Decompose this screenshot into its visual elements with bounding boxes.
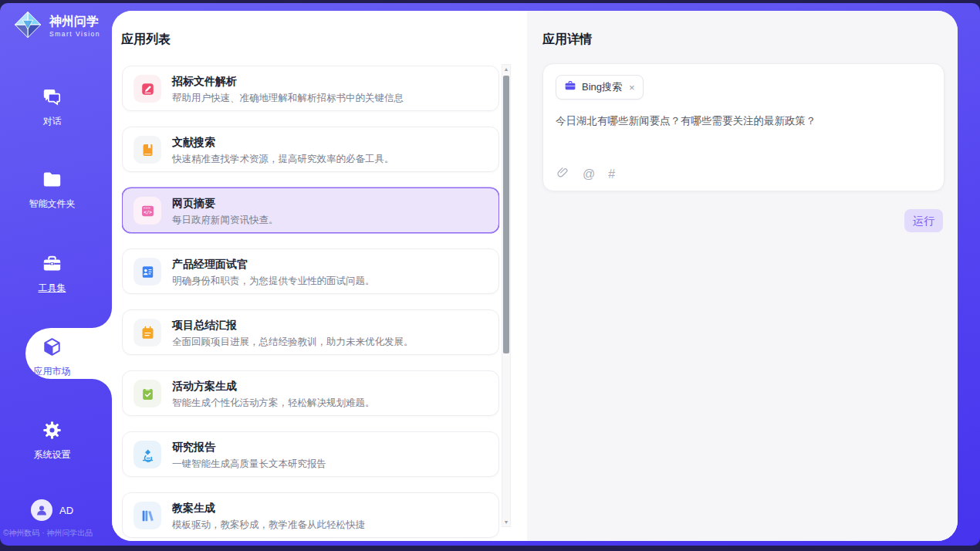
prompt-input[interactable]: 今日湖北有哪些新闻要点？有哪些需要关注的最新政策？ bbox=[556, 113, 931, 128]
app-item-title: 教案生成 bbox=[172, 502, 365, 515]
app-list-item[interactable]: 教案生成 模板驱动，教案秒成，教学准备从此轻松快捷 bbox=[122, 492, 499, 538]
chat-icon bbox=[42, 96, 63, 110]
scroll-down-icon[interactable]: ▼ bbox=[502, 519, 510, 525]
tool-tag-label: Bing搜索 bbox=[582, 80, 622, 94]
sidebar-item-label: 应用市场 bbox=[0, 365, 104, 378]
cube-icon bbox=[42, 346, 63, 360]
app-list-item[interactable]: </> 网页摘要 每日政府新闻资讯快查。 bbox=[122, 188, 499, 233]
prompt-composer-card: Bing搜索 × 今日湖北有哪些新闻要点？有哪些需要关注的最新政策？ @# bbox=[542, 63, 945, 191]
app-list-item[interactable]: 项目总结汇报 全面回顾项目进展，总结经验教训，助力未来优化发展。 bbox=[122, 309, 499, 355]
app-list-item[interactable]: 活动方案生成 智能生成个性化活动方案，轻松解决规划难题。 bbox=[122, 370, 499, 416]
svg-text:</>: </> bbox=[144, 209, 152, 215]
gear-icon bbox=[42, 430, 63, 443]
app-list-item[interactable]: 研究报告 一键智能生成高质量长文本研究报告 bbox=[122, 431, 499, 477]
app-item-title: 活动方案生成 bbox=[172, 380, 375, 393]
user-label: AD bbox=[59, 505, 73, 516]
person-icon bbox=[35, 503, 49, 517]
report-note-icon bbox=[133, 319, 161, 346]
book-icon bbox=[133, 136, 161, 164]
brand-subtitle: Smart Vision bbox=[49, 30, 100, 38]
app-item-title: 文献搜索 bbox=[172, 136, 394, 149]
sidebar-item-cube[interactable]: 应用市场 bbox=[0, 336, 104, 378]
sidebar-item-label: 智能文件夹 bbox=[0, 198, 104, 211]
microscope-icon bbox=[133, 441, 161, 468]
interviewer-icon bbox=[133, 258, 161, 286]
close-icon[interactable]: × bbox=[629, 82, 635, 93]
app-item-desc: 模板驱动，教案秒成，教学准备从此轻松快捷 bbox=[172, 519, 365, 531]
app-detail-panel: 应用详情 Bing搜索 × 今日湖北有哪些新闻要点？有哪些需要关注的最新政策？ … bbox=[527, 11, 958, 541]
app-item-desc: 明确身份和职责，为您提供专业性的面试问题。 bbox=[172, 276, 375, 287]
sidebar-item-folder[interactable]: 智能文件夹 bbox=[0, 169, 104, 211]
contract-edit-icon bbox=[133, 75, 161, 103]
sidebar-item-label: 工具集 bbox=[0, 282, 104, 295]
at-icon[interactable]: @ bbox=[583, 167, 595, 181]
app-item-title: 网页摘要 bbox=[172, 197, 279, 210]
tool-tag-bing-search[interactable]: Bing搜索 × bbox=[556, 75, 644, 100]
sidebar-item-toolbox[interactable]: 工具集 bbox=[0, 253, 104, 295]
composer-toolbar: @# bbox=[556, 166, 615, 181]
app-item-title: 产品经理面试官 bbox=[172, 258, 375, 271]
app-item-title: 项目总结汇报 bbox=[172, 319, 414, 332]
scrollbar-thumb[interactable] bbox=[503, 76, 509, 353]
user-row[interactable]: AD bbox=[0, 499, 104, 521]
app-list: 招标文件解析 帮助用户快速、准确地理解和解析招标书中的关键信息 文献搜索 快速精… bbox=[122, 66, 499, 541]
scrollbar[interactable]: ▲ ▼ bbox=[502, 64, 511, 527]
avatar bbox=[31, 499, 52, 521]
hash-icon[interactable]: # bbox=[608, 167, 615, 181]
app-item-desc: 快速精准查找学术资源，提高研究效率的必备工具。 bbox=[172, 154, 394, 165]
app-item-desc: 帮助用户快速、准确地理解和解析招标书中的关键信息 bbox=[172, 93, 404, 104]
app-item-desc: 每日政府新闻资讯快查。 bbox=[172, 215, 279, 226]
app-item-title: 研究报告 bbox=[172, 441, 326, 454]
paperclip-icon[interactable] bbox=[556, 166, 569, 181]
app-list-item[interactable]: 招标文件解析 帮助用户快速、准确地理解和解析招标书中的关键信息 bbox=[122, 66, 499, 111]
app-list-item[interactable]: 产品经理面试官 明确身份和职责，为您提供专业性的面试问题。 bbox=[122, 248, 499, 294]
clipboard-check-icon bbox=[133, 380, 161, 407]
brand-logo: 神州问学 Smart Vision bbox=[12, 9, 100, 43]
copyright-footer: ©神州数码 · 神州问学出品 bbox=[3, 528, 111, 539]
content-area: 应用列表 招标文件解析 帮助用户快速、准确地理解和解析招标书中的关键信息 文献搜… bbox=[112, 11, 958, 541]
app-item-title: 招标文件解析 bbox=[172, 75, 404, 88]
brand-diamond-icon bbox=[12, 9, 43, 43]
app-list-title: 应用列表 bbox=[121, 32, 171, 48]
brand-name: 神州问学 bbox=[49, 15, 100, 29]
books-icon bbox=[133, 502, 161, 529]
app-item-desc: 全面回顾项目进展，总结经验教训，助力未来优化发展。 bbox=[172, 336, 414, 348]
app-item-desc: 智能生成个性化活动方案，轻松解决规划难题。 bbox=[172, 397, 375, 409]
folder-icon bbox=[42, 179, 63, 192]
sidebar-item-chat[interactable]: 对话 bbox=[0, 86, 104, 128]
browser-code-icon: </> bbox=[133, 197, 161, 225]
briefcase-icon bbox=[564, 79, 576, 95]
app-detail-title: 应用详情 bbox=[542, 32, 592, 48]
app-window: 神州问学 Smart Vision 对话智能文件夹工具集应用市场系统设置 AD … bbox=[0, 0, 980, 551]
sidebar-item-gear[interactable]: 系统设置 bbox=[0, 420, 104, 461]
sidebar-item-label: 对话 bbox=[0, 115, 104, 128]
scroll-up-icon[interactable]: ▲ bbox=[502, 66, 510, 72]
toolbox-icon bbox=[42, 263, 63, 276]
app-list-item[interactable]: 文献搜索 快速精准查找学术资源，提高研究效率的必备工具。 bbox=[122, 127, 499, 172]
sidebar-item-label: 系统设置 bbox=[0, 448, 104, 461]
run-button[interactable]: 运行 bbox=[904, 209, 943, 232]
app-list-panel: 应用列表 招标文件解析 帮助用户快速、准确地理解和解析招标书中的关键信息 文献搜… bbox=[112, 11, 527, 541]
app-item-desc: 一键智能生成高质量长文本研究报告 bbox=[172, 458, 326, 470]
